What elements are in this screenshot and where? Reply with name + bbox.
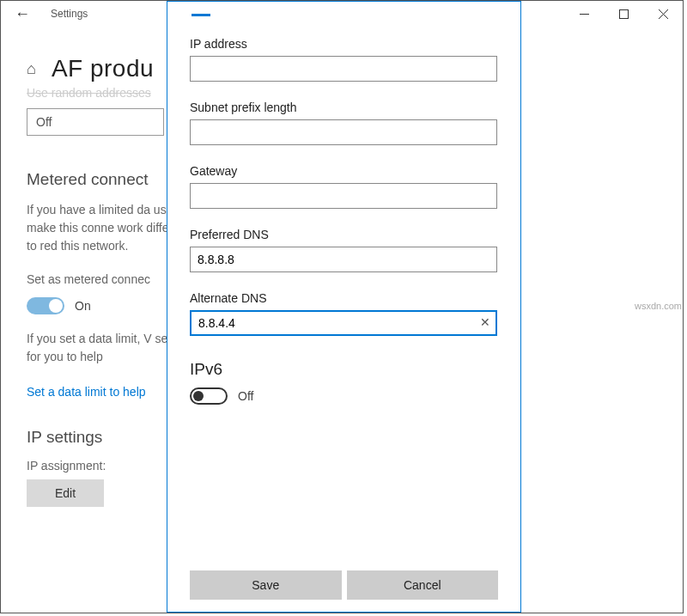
ip-edit-dialog: IP address Subnet prefix length Gateway … xyxy=(167,1,521,613)
dialog-buttons: Save Cancel xyxy=(190,570,498,600)
gateway-input[interactable] xyxy=(190,183,497,209)
alternate-dns-label: Alternate DNS xyxy=(190,291,498,305)
cancel-button[interactable]: Cancel xyxy=(347,570,499,600)
svg-rect-1 xyxy=(619,9,628,18)
ipv6-toggle-state: Off xyxy=(238,389,253,403)
subnet-input[interactable] xyxy=(190,119,497,145)
metered-toggle-state: On xyxy=(75,299,91,313)
ipv6-toggle[interactable] xyxy=(190,387,228,405)
ip-address-input[interactable] xyxy=(190,56,497,82)
close-button[interactable] xyxy=(643,1,683,27)
minimize-button[interactable] xyxy=(564,1,604,27)
window-controls xyxy=(564,1,683,27)
maximize-button[interactable] xyxy=(604,1,643,27)
page-title: AF produ xyxy=(52,55,154,82)
preferred-dns-label: Preferred DNS xyxy=(190,228,498,241)
metered-toggle[interactable] xyxy=(27,297,64,314)
dialog-indicator xyxy=(192,14,210,16)
preferred-dns-input[interactable] xyxy=(190,247,497,272)
random-addresses-combo[interactable]: Off xyxy=(27,108,164,136)
clear-icon[interactable]: ✕ xyxy=(480,315,490,329)
edit-button[interactable]: Edit xyxy=(27,479,104,507)
home-icon[interactable]: ⌂ xyxy=(27,60,36,78)
ipv6-toggle-row: Off xyxy=(190,387,498,405)
save-button[interactable]: Save xyxy=(190,570,342,600)
alternate-dns-input[interactable] xyxy=(190,310,497,336)
ip-address-label: IP address xyxy=(190,37,498,51)
back-icon[interactable]: ← xyxy=(9,3,35,25)
watermark: wsxdn.com xyxy=(635,301,682,311)
alternate-dns-wrap: ✕ xyxy=(190,305,497,355)
titlebar-left: ← Settings xyxy=(9,3,88,25)
ipv6-heading: IPv6 xyxy=(190,360,498,379)
settings-window: ← Settings ⌂ AF produ Use random address… xyxy=(0,0,684,613)
subnet-label: Subnet prefix length xyxy=(190,101,498,114)
window-title: Settings xyxy=(51,8,88,20)
gateway-label: Gateway xyxy=(190,164,498,178)
